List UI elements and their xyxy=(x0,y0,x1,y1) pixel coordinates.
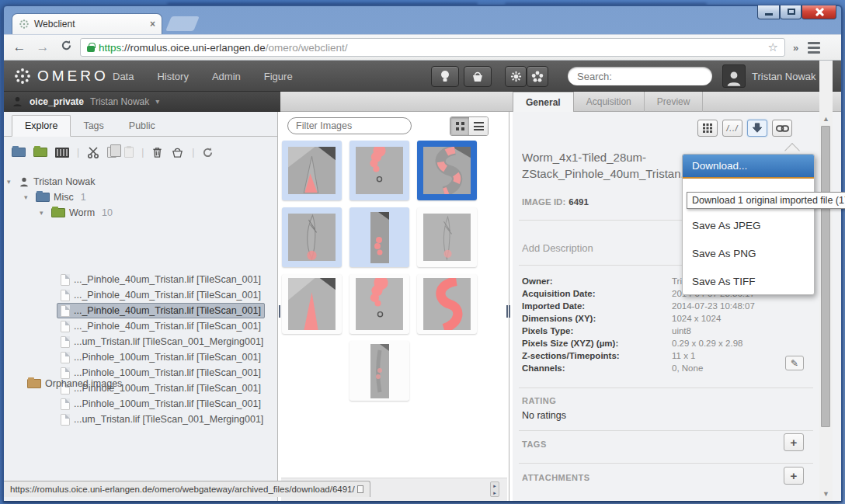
new-project-icon[interactable] xyxy=(12,148,26,157)
scroll-down-icon[interactable]: ▼ xyxy=(819,490,833,498)
refresh-icon[interactable] xyxy=(202,147,214,158)
window-minimize-button[interactable] xyxy=(757,5,780,19)
thumbnail[interactable] xyxy=(282,141,342,200)
scroll-up-icon[interactable]: ▲ xyxy=(819,115,833,123)
new-tab-button[interactable] xyxy=(165,16,200,31)
tree-image-item[interactable]: ...um_Tristan.lif [TileScan_001_Merging0… xyxy=(57,412,267,427)
tree-dataset-item[interactable]: ▾ Worm 10 xyxy=(40,205,113,221)
nav-menu-item[interactable]: Figure xyxy=(264,71,293,82)
thumbnail[interactable] xyxy=(417,207,477,267)
window-close-button[interactable] xyxy=(802,5,836,19)
link-button[interactable] xyxy=(772,120,792,137)
current-user-name[interactable]: Tristan Nowak xyxy=(752,71,816,82)
metadata-value: uint8 xyxy=(672,326,691,335)
metadata-label: Acquisition Date: xyxy=(522,289,672,298)
activities-button[interactable] xyxy=(431,66,459,87)
thumbnail[interactable] xyxy=(349,207,409,267)
right-splitter-handle-icon[interactable] xyxy=(506,303,510,320)
thumbnail[interactable] xyxy=(282,207,342,267)
thumbnail-selected[interactable] xyxy=(417,141,477,200)
save-as-menu-item[interactable]: Save As JPEG xyxy=(683,214,814,237)
tree-image-item[interactable]: ..._Pinhole_40um_Tristan.lif [TileScan_0… xyxy=(57,318,265,334)
scrollbar-thumb[interactable] xyxy=(821,126,830,427)
new-dataset-icon[interactable] xyxy=(33,148,47,157)
thumbnail[interactable] xyxy=(349,341,409,401)
window-maximize-button[interactable] xyxy=(780,5,802,19)
save-as-menu-item[interactable]: Save As PNG xyxy=(683,242,814,265)
new-screen-icon[interactable] xyxy=(55,148,69,158)
expand-caret-icon[interactable]: ▾ xyxy=(7,178,15,186)
add-tag-button[interactable]: + xyxy=(784,433,804,451)
thumbnail[interactable] xyxy=(349,274,409,334)
tab-close-icon[interactable]: × xyxy=(150,19,155,29)
metadata-value: 2014-07-23 10:48:07 xyxy=(672,301,755,311)
metadata-tab[interactable]: Acquisition xyxy=(574,92,645,112)
explorer-tab[interactable]: Tags xyxy=(71,115,116,136)
nav-menu-item[interactable]: Data xyxy=(113,71,134,82)
extensions-overflow-button[interactable]: » xyxy=(790,42,802,54)
reload-button[interactable] xyxy=(57,40,75,55)
tree-toolbar: | | | xyxy=(12,143,214,162)
bookmark-star-icon[interactable]: ☆ xyxy=(768,40,778,54)
tree-image-item[interactable]: ...Pinhole_100um_Tristan.lif [TileScan_0… xyxy=(57,349,265,365)
metadata-tab[interactable]: Preview xyxy=(645,92,704,112)
open-with-button[interactable]: /../ xyxy=(722,120,742,137)
add-description-field[interactable]: Add Description xyxy=(522,242,593,254)
tree-image-item[interactable]: ..._Pinhole_40um_Tristan.lif [TileScan_0… xyxy=(57,303,265,318)
address-bar[interactable]: https://romulus.oice.uni-erlangen.de/ome… xyxy=(80,38,785,57)
download-menu-item[interactable]: Download... xyxy=(683,155,814,179)
copy-icon[interactable] xyxy=(107,147,116,158)
splitter-collapse-icon[interactable]: ▸▸ xyxy=(490,481,499,497)
tree-image-item[interactable]: ..._Pinhole_40um_Tristan.lif [TileScan_0… xyxy=(57,272,265,287)
scrollbar-track[interactable]: ▲ ▼ xyxy=(819,112,833,501)
metadata-tab[interactable]: General xyxy=(513,92,574,113)
browser-tab[interactable]: Webclient × xyxy=(12,13,162,34)
group-context-bar[interactable]: oice_private Tristan Nowak ▾ xyxy=(4,92,280,112)
thumbnail[interactable] xyxy=(349,141,409,200)
apps-button[interactable] xyxy=(527,66,548,87)
explorer-tab[interactable]: Public xyxy=(116,115,168,136)
grid-view-button[interactable] xyxy=(450,117,469,135)
expand-caret-icon[interactable]: ▾ xyxy=(40,209,47,217)
basket-button[interactable] xyxy=(464,66,492,87)
thumbnail-figure-button[interactable] xyxy=(697,120,718,137)
nav-menu-item[interactable]: History xyxy=(157,71,188,82)
edit-channels-button[interactable]: ✎ xyxy=(785,356,804,370)
dataset-folder-icon xyxy=(51,208,65,217)
forward-button[interactable]: → xyxy=(33,40,52,55)
user-avatar[interactable] xyxy=(722,64,746,88)
search-input[interactable] xyxy=(577,71,714,82)
filter-images-input[interactable] xyxy=(287,117,412,134)
person-icon xyxy=(12,96,23,107)
browser-menu-icon[interactable] xyxy=(806,40,822,55)
person-icon xyxy=(19,176,30,187)
tree-image-item[interactable]: ...Pinhole_100um_Tristan.lif [TileScan_0… xyxy=(57,396,265,412)
search-box[interactable] xyxy=(568,67,712,85)
project-folder-icon xyxy=(36,193,50,202)
delete-trash-icon[interactable] xyxy=(151,146,163,158)
expand-caret-icon[interactable]: ▾ xyxy=(24,193,32,201)
tree-project-item[interactable]: ▾ Misc 1 xyxy=(24,189,86,205)
nav-menu-item[interactable]: Admin xyxy=(212,71,241,82)
minimize-icon xyxy=(765,13,773,16)
list-view-button[interactable] xyxy=(469,117,488,135)
tree-image-item[interactable]: ..._Pinhole_40um_Tristan.lif [TileScan_0… xyxy=(57,287,265,303)
image-file-icon xyxy=(61,398,70,410)
cut-icon[interactable] xyxy=(87,146,99,158)
tree-image-item[interactable]: ...um_Tristan.lif [TileScan_001_Merging0… xyxy=(57,334,267,349)
save-as-menu-item[interactable]: Save As TIFF xyxy=(683,269,814,293)
back-button[interactable]: ← xyxy=(10,40,29,55)
settings-button[interactable] xyxy=(505,66,527,87)
thumbnail[interactable] xyxy=(417,274,477,334)
move-to-basket-icon[interactable] xyxy=(171,147,184,158)
paste-icon[interactable] xyxy=(124,147,134,158)
tree-orphaned-images[interactable]: Orphaned images xyxy=(27,376,122,391)
image-title: Worm_4x1-Tiled_28um- ZStack_Pinhole_40um… xyxy=(522,149,688,183)
add-attachment-button[interactable]: + xyxy=(784,467,804,485)
download-button[interactable] xyxy=(747,120,767,137)
thumbnail[interactable] xyxy=(282,274,342,334)
explorer-tab[interactable]: Explore xyxy=(12,115,71,137)
tree-root-label: Tristan Nowak xyxy=(33,176,95,187)
tree-root-user[interactable]: ▾ Tristan Nowak xyxy=(7,174,95,189)
image-label: ..._Pinhole_40um_Tristan.lif [TileScan_0… xyxy=(74,290,261,301)
